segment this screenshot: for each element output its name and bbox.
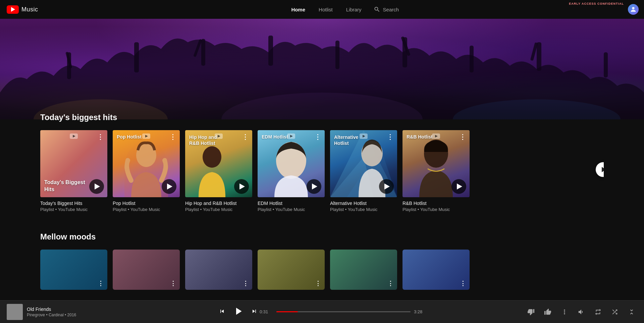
card-subtitle-3: Playlist • YouTube Music — [258, 207, 325, 212]
card-menu-5[interactable]: ⋮ — [459, 133, 466, 140]
edm-label: EDM Hotlist — [262, 134, 288, 140]
hero-banner — [0, 19, 644, 119]
card-menu-2[interactable]: ⋮ — [242, 133, 249, 140]
biggest-hits-section: Today's biggest hits Today's BiggestHits… — [0, 113, 644, 225]
hiphop-person — [192, 144, 232, 197]
mellow-card-menu-4[interactable]: ⋮ — [387, 280, 394, 287]
card-menu-4[interactable]: ⋮ — [387, 133, 394, 140]
player-right-controls — [525, 306, 637, 318]
card-alternative-hotlist[interactable]: AlternativeHotlist ⋮ Alternative Hotlist… — [330, 130, 397, 212]
svg-point-22 — [203, 146, 221, 168]
shuffle-button[interactable] — [609, 306, 621, 318]
player-album: Cardinal — [49, 313, 64, 317]
card-title-5: R&B Hotlist — [402, 201, 470, 206]
rnb-label: R&B Hotlist — [407, 134, 433, 140]
svg-rect-6 — [268, 36, 273, 66]
early-access-label: EARLY ACCESS CONFIDENTIAL — [569, 2, 624, 5]
user-avatar[interactable] — [628, 4, 639, 15]
card-yt-icon-0 — [70, 133, 78, 140]
card-play-5[interactable] — [451, 179, 466, 194]
player-more-button[interactable] — [559, 306, 570, 318]
pop-person — [124, 140, 168, 197]
skip-back-button[interactable] — [217, 306, 227, 317]
player-bar: Old Friends Pinegrove • Cardinal • 2016 — [0, 300, 644, 323]
mellow-card-3[interactable]: ⋮ — [258, 250, 325, 290]
player-playback-controls — [217, 305, 260, 318]
nav-hotlist[interactable]: Hotlist — [312, 4, 339, 15]
card-thumb-label-0: Today's BiggestHits — [44, 179, 85, 193]
nav-search[interactable]: Search — [368, 3, 405, 15]
card-play-2[interactable] — [234, 179, 249, 194]
main-content: Today's biggest hits Today's BiggestHits… — [0, 113, 644, 323]
card-thumb-3: EDM Hotlist ⋮ — [258, 130, 325, 197]
mellow-card-4[interactable]: ⋮ — [330, 250, 397, 290]
card-thumb-4: AlternativeHotlist ⋮ — [330, 130, 397, 197]
card-todays-biggest-hits[interactable]: Today's BiggestHits ⋮ Today's Biggest Hi… — [40, 130, 107, 212]
card-rnb-hotlist[interactable]: R&B Hotlist ⋮ R&B Hotlist Playlist • You… — [402, 130, 470, 212]
mellow-card-menu-5[interactable]: ⋮ — [460, 280, 466, 287]
player-artist: Pinegrove — [27, 313, 45, 317]
nav-library[interactable]: Library — [339, 4, 368, 15]
crowd-silhouette — [0, 32, 644, 119]
mellow-card-0[interactable]: ⋮ — [40, 250, 107, 290]
play-pause-button[interactable] — [231, 305, 245, 318]
mellow-card-menu-3[interactable]: ⋮ — [315, 280, 321, 287]
svg-rect-10 — [470, 46, 474, 72]
volume-button[interactable] — [576, 306, 587, 318]
card-play-4[interactable] — [379, 179, 394, 194]
card-play-3[interactable] — [307, 179, 321, 194]
biggest-hits-title: Today's biggest hits — [40, 113, 604, 122]
nav-home[interactable]: Home — [284, 4, 312, 15]
card-yt-icon-4 — [360, 133, 368, 140]
logo[interactable]: Music — [7, 5, 38, 14]
card-pop-hotlist[interactable]: Pop Hotlist ⋮ Pop Hotlist Playlist • You… — [113, 130, 180, 212]
svg-point-0 — [632, 7, 634, 9]
svg-rect-11 — [537, 42, 541, 71]
card-menu-0[interactable]: ⋮ — [97, 133, 104, 140]
player-progress-fill — [276, 311, 298, 312]
mellow-card-5[interactable]: ⋮ — [402, 250, 470, 290]
navbar: Music Home Hotlist Library Search EARLY … — [0, 0, 644, 19]
card-title-0: Today's Biggest Hits — [40, 201, 107, 206]
card-edm-hotlist[interactable]: EDM Hotlist ⋮ EDM Hotlist Playlist • You… — [258, 130, 325, 212]
card-menu-3[interactable]: ⋮ — [314, 133, 321, 140]
card-yt-icon-3 — [287, 133, 295, 140]
player-thumbnail — [7, 304, 23, 320]
card-subtitle-5: Playlist • YouTube Music — [402, 207, 470, 212]
mellow-card-2[interactable]: ⋮ — [185, 250, 252, 290]
card-subtitle-0: Playlist • YouTube Music — [40, 207, 107, 212]
app-name: Music — [21, 6, 38, 13]
card-title-4: Alternative Hotlist — [330, 201, 397, 206]
card-menu-1[interactable]: ⋮ — [169, 133, 176, 140]
thumb-down-button[interactable] — [525, 306, 537, 318]
card-play-0[interactable] — [89, 179, 104, 194]
card-title-2: Hip Hop and R&B Hotlist — [185, 201, 252, 206]
search-label: Search — [383, 7, 399, 12]
mellow-moods-title: Mellow moods — [40, 232, 604, 241]
mellow-card-1[interactable]: ⋮ — [113, 250, 180, 290]
pop-label: Pop Hotlist — [117, 134, 142, 140]
nav-links: Home Hotlist Library Search — [52, 3, 637, 15]
expand-button[interactable] — [626, 306, 637, 318]
player-artist-info: Pinegrove • Cardinal • 2016 — [27, 313, 87, 317]
svg-rect-3 — [134, 42, 139, 72]
player-year: 2016 — [67, 313, 76, 317]
card-yt-icon-5 — [432, 133, 440, 140]
mellow-card-menu-1[interactable]: ⋮ — [170, 280, 176, 287]
mellow-card-menu-2[interactable]: ⋮ — [243, 280, 249, 287]
skip-forward-button[interactable] — [249, 306, 260, 317]
card-thumb-5: R&B Hotlist ⋮ — [402, 130, 470, 197]
card-thumb-0: Today's BiggestHits ⋮ — [40, 130, 107, 197]
card-hiphop-hotlist[interactable]: Hip Hop andR&B Hotlist ⋮ Hip Hop and R&B… — [185, 130, 252, 212]
player-time-total: 3:28 — [414, 309, 427, 314]
card-play-1[interactable] — [162, 179, 176, 194]
repeat-button[interactable] — [592, 306, 604, 318]
card-subtitle-1: Playlist • YouTube Music — [113, 207, 180, 212]
card-yt-icon-1 — [142, 133, 150, 140]
player-info: Old Friends Pinegrove • Cardinal • 2016 — [27, 307, 87, 317]
carousel-next-button[interactable] — [596, 162, 604, 177]
mellow-card-menu-0[interactable]: ⋮ — [98, 280, 104, 287]
thumb-up-button[interactable] — [542, 306, 553, 318]
card-subtitle-2: Playlist • YouTube Music — [185, 207, 252, 212]
player-progress-bar[interactable] — [276, 311, 411, 312]
